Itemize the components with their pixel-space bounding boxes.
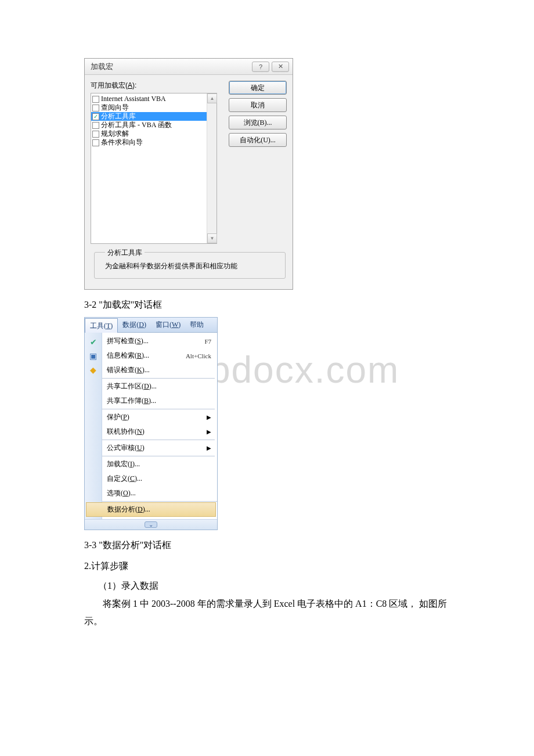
checkbox[interactable] (92, 139, 99, 146)
paragraph-step: （1）录入数据 (84, 577, 450, 595)
figure-caption-2: 3-3 "数据分析"对话框 (84, 539, 450, 552)
scrollbar[interactable]: ▲ ▼ (207, 93, 217, 243)
figure-caption-1: 3-2 "加载宏"对话框 (84, 299, 450, 311)
menu-bar: 工具(T) 数据(D) 窗口(W) 帮助 (85, 318, 217, 333)
available-addins-label: 可用加载宏(A): (91, 81, 223, 91)
automation-button[interactable]: 自动化(U)... (229, 133, 287, 147)
cancel-button[interactable]: 取消 (229, 98, 287, 112)
menu-item-share-workbook[interactable]: 共享工作簿(B)... (102, 394, 217, 408)
error-icon: ◆ (88, 363, 99, 377)
checkbox[interactable]: ✓ (92, 113, 99, 120)
chevron-down-icon[interactable]: ⌄ (145, 521, 157, 528)
menu-item-share-workspace[interactable]: 共享工作区(D)... (102, 379, 217, 394)
menu-item-online-collab[interactable]: 联机协作(N) ▶ (102, 424, 217, 439)
list-item[interactable]: 条件求和向导 (91, 138, 217, 147)
menu-separator (102, 409, 215, 409)
tools-menu: 工具(T) 数据(D) 窗口(W) 帮助 ✔ ▣ ◆ 拼写检查(S)... F7… (84, 317, 218, 530)
description-group: 分析工具库 为金融和科学数据分析提供界面和相应功能 (94, 252, 286, 279)
menu-icon-column: ✔ ▣ ◆ (85, 333, 102, 519)
shortcut-label: F7 (204, 338, 211, 345)
checkbox[interactable] (92, 122, 99, 129)
menu-item-data-analysis[interactable]: 数据分析(D)... (86, 502, 216, 517)
shortcut-label: Alt+Click (186, 352, 211, 359)
scroll-up-icon[interactable]: ▲ (207, 93, 217, 103)
menu-item-spellcheck[interactable]: 拼写检查(S)... F7 (102, 334, 217, 348)
list-item-label: 条件求和向导 (101, 138, 143, 147)
checkbox[interactable] (92, 96, 99, 103)
menu-item-addins[interactable]: 加载宏(I)... (102, 457, 217, 471)
research-icon: ▣ (88, 349, 99, 363)
menu-item-options[interactable]: 选项(O)... (102, 486, 217, 501)
addins-listbox[interactable]: Internet Assistant VBA 查阅向导 ✓ 分析工具库 (91, 93, 217, 244)
menu-window[interactable]: 窗口(W) (151, 318, 185, 332)
list-item[interactable]: 分析工具库 - VBA 函数 (91, 121, 217, 129)
submenu-arrow-icon: ▶ (207, 429, 211, 435)
spellcheck-icon: ✔ (88, 335, 99, 349)
paragraph-body: 将案例 1 中 2003--2008 年的需求量录人到 Excel 电子表格中的… (84, 595, 450, 631)
dialog-titlebar[interactable]: 加载宏 ? ✕ (85, 59, 293, 75)
close-button[interactable]: ✕ (272, 62, 289, 72)
menu-tools[interactable]: 工具(T) (85, 318, 118, 333)
menu-item-formula-audit[interactable]: 公式审核(U) ▶ (102, 441, 217, 455)
menu-item-customize[interactable]: 自定义(C)... (102, 471, 217, 486)
menu-item-research[interactable]: 信息检索(R)... Alt+Click (102, 348, 217, 363)
description-text: 为金融和科学数据分析提供界面和相应功能 (105, 261, 280, 271)
help-button[interactable]: ? (252, 62, 269, 72)
list-item[interactable]: 查阅向导 (91, 103, 217, 112)
menu-separator (102, 378, 215, 379)
dialog-title: 加载宏 (91, 62, 113, 72)
menu-separator (102, 456, 215, 456)
checkbox[interactable] (92, 131, 99, 138)
ok-button[interactable]: 确定 (229, 81, 287, 95)
list-item[interactable]: ✓ 分析工具库 (91, 112, 217, 121)
list-item[interactable]: Internet Assistant VBA (91, 95, 217, 103)
menu-expand-row[interactable]: ⌄ (85, 519, 217, 530)
menu-data[interactable]: 数据(D) (118, 318, 151, 332)
list-item-label: Internet Assistant VBA (101, 95, 166, 103)
browse-button[interactable]: 浏览(B)... (229, 116, 287, 129)
addins-dialog: 加载宏 ? ✕ 可用加载宏(A): Internet Assistant VBA (84, 58, 293, 290)
menu-item-errorcheck[interactable]: 错误检查(K)... (102, 363, 217, 377)
description-title: 分析工具库 (105, 248, 145, 258)
paragraph-heading: 2.计算步骤 (84, 557, 450, 575)
submenu-arrow-icon: ▶ (207, 414, 211, 420)
checkbox[interactable] (92, 105, 99, 111)
menu-separator (102, 501, 217, 502)
menu-separator (102, 440, 215, 440)
menu-help[interactable]: 帮助 (185, 318, 208, 332)
menu-item-protect[interactable]: 保护(P) ▶ (102, 410, 217, 424)
scroll-down-icon[interactable]: ▼ (207, 233, 217, 243)
submenu-arrow-icon: ▶ (207, 445, 211, 451)
list-item[interactable]: 规划求解 (91, 129, 217, 138)
